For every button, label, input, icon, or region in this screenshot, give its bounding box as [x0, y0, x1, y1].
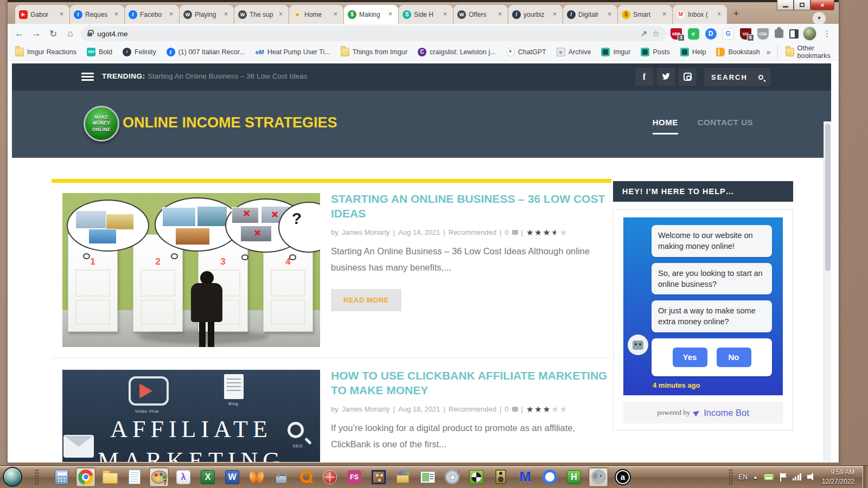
chrome[interactable]	[76, 467, 95, 487]
start-button[interactable]	[3, 467, 22, 487]
bookmark-craigslist-lewiston-j[interactable]: Ccraigslist: Lewiston j...	[418, 48, 496, 56]
evernote-web-clipper-extension-icon[interactable]: e	[688, 28, 699, 40]
ftp-sync[interactable]	[271, 467, 291, 487]
site-logo[interactable]: MAKE MONEY ONLINE	[84, 106, 119, 142]
scrollbar-thumb[interactable]	[825, 124, 831, 271]
tab-close-icon[interactable]: ×	[58, 10, 66, 18]
bookmark-1-007-italian-recor[interactable]: f(1) 007 Italian Recor...	[167, 48, 245, 56]
other-bookmarks[interactable]: Other bookmarks	[777, 44, 831, 60]
audible[interactable]: a	[613, 467, 633, 487]
texstudio[interactable]: λ	[174, 467, 193, 487]
media-speaker-app[interactable]	[491, 467, 510, 487]
tab-close-icon[interactable]: ×	[386, 10, 394, 18]
bookmark-star-icon[interactable]: ☆	[652, 29, 659, 38]
tab-close-icon[interactable]: ×	[277, 10, 285, 18]
action-center-flag-icon[interactable]	[780, 473, 787, 481]
tab-gabor[interactable]: ▶Gabor×	[15, 5, 69, 24]
photo-album[interactable]	[369, 467, 388, 487]
article-title-link[interactable]: STARTING AN ONLINE BUSINESS – 36 LOW COS…	[331, 191, 611, 221]
download-globe-app[interactable]	[320, 467, 340, 487]
program-window-app[interactable]	[418, 467, 437, 487]
tab-close-icon[interactable]: ×	[551, 10, 559, 18]
instagram-icon[interactable]	[679, 68, 697, 86]
browser-menu-icon[interactable]: ⋮	[821, 29, 833, 38]
address-bar[interactable]: ugot4.me ↗ ☆	[81, 26, 666, 41]
tray-app-icon[interactable]	[763, 473, 774, 481]
bookmark-posts[interactable]: Posts	[641, 48, 669, 56]
cd-player[interactable]	[442, 467, 462, 487]
bookmark-felinity[interactable]: /Felinity	[123, 48, 156, 56]
yes-button[interactable]: Yes	[673, 348, 707, 367]
clock[interactable]: 9:59 AM 12/27/2022	[822, 468, 854, 486]
tab-close-icon[interactable]: ×	[660, 10, 668, 18]
disc-burner[interactable]	[467, 467, 486, 487]
tab-close-icon[interactable]: ×	[496, 10, 504, 18]
search-magnifier-app[interactable]	[296, 467, 315, 487]
bookmark-things-from-imgur[interactable]: Things from Imgur	[341, 48, 407, 56]
page-scrollbar[interactable]: ▼	[824, 121, 831, 462]
tab-close-icon[interactable]: ×	[605, 10, 614, 18]
tab-smart[interactable]: $Smart×	[618, 5, 672, 24]
reload-icon[interactable]: ↻	[47, 28, 60, 40]
tab-the-sup[interactable]: WThe sup×	[234, 5, 289, 24]
bookmarks-overflow-icon[interactable]: »	[767, 48, 771, 56]
tab-close-icon[interactable]: ×	[167, 10, 175, 18]
tab-reques[interactable]: fReques×	[70, 5, 124, 24]
google-translate-extension-icon[interactable]: G	[723, 28, 734, 40]
comment-count[interactable]: 0	[505, 405, 508, 413]
calculator[interactable]	[52, 467, 71, 487]
bookmark-archive[interactable]: ≡Archive	[557, 48, 591, 56]
tab-facebo[interactable]: fFacebo×	[125, 5, 179, 24]
home-icon[interactable]: ⌂	[64, 28, 76, 39]
tab-digitalr[interactable]: /Digitalr×	[563, 5, 617, 24]
tab-close-icon[interactable]: ×	[441, 10, 449, 18]
article-thumbnail[interactable]: 1234	[62, 193, 320, 347]
tab-search-chevron-icon[interactable]: ▾	[813, 12, 826, 25]
tab-side-h[interactable]: SSide H×	[399, 5, 453, 24]
volume-icon[interactable]	[807, 473, 816, 481]
author-link[interactable]: James Moriarty	[342, 228, 390, 236]
author-link[interactable]: James Moriarty	[342, 405, 390, 413]
hamburger-menu-icon[interactable]	[81, 73, 94, 82]
blue-d-extension-icon[interactable]: D	[705, 28, 717, 40]
tab-close-icon[interactable]: ×	[222, 10, 230, 18]
profile-avatar[interactable]	[803, 27, 816, 41]
butterfly-app[interactable]	[247, 467, 266, 487]
tab-offers[interactable]: WOffers×	[454, 5, 508, 24]
maximize-button[interactable]	[794, 0, 810, 10]
category-link[interactable]: Recommended	[449, 405, 496, 413]
close-button[interactable]: ×	[810, 0, 834, 10]
tab-close-icon[interactable]: ×	[331, 10, 340, 18]
share-icon[interactable]: ↗	[641, 29, 648, 38]
malwarebytes[interactable]: M	[515, 467, 535, 487]
tab-playing[interactable]: WPlaying×	[180, 5, 234, 24]
income-bot-link[interactable]: Income Bot	[704, 408, 749, 418]
new-tab-button[interactable]: +	[729, 7, 743, 21]
reader-extension-icon[interactable]	[789, 29, 799, 38]
url-text[interactable]: ugot4.me	[97, 30, 635, 38]
site-title[interactable]: ONLINE INCOME STRATEGIES	[123, 114, 337, 131]
contacts-app[interactable]	[393, 467, 413, 487]
heidisql[interactable]: H	[564, 467, 584, 487]
bookmark-bold[interactable]: YAYBold	[87, 48, 112, 56]
tab-yourbiz[interactable]: /yourbiz×	[508, 5, 563, 24]
excel[interactable]: X	[198, 467, 218, 487]
bookmark-chatgpt[interactable]: *ChatGPT	[506, 48, 546, 56]
twitter-icon[interactable]	[657, 68, 675, 86]
css-tool-extension-icon[interactable]: CSS	[757, 28, 769, 40]
notepad[interactable]	[125, 467, 144, 487]
bookmark-imgur-reactions[interactable]: Imgur Reactions	[15, 48, 76, 56]
language-indicator[interactable]: EN	[738, 473, 748, 481]
nav-contact-us[interactable]: CONTACT US	[698, 118, 753, 134]
tab-home[interactable]: ★Home×	[289, 5, 343, 24]
bookmark-bookstash[interactable]: Bookstash	[716, 48, 760, 56]
trending-link[interactable]: Starting An Online Business – 36 Low Cos…	[148, 72, 307, 80]
tab-inbox[interactable]: MInbox (×	[673, 5, 727, 24]
bookmark-imgur[interactable]: Imgur	[601, 48, 630, 56]
category-link[interactable]: Recommended	[449, 228, 496, 236]
tab-close-icon[interactable]: ×	[112, 10, 120, 18]
read-more-button[interactable]: READ MORE	[331, 289, 401, 311]
tab-making[interactable]: $Making×	[344, 5, 398, 24]
paint[interactable]: 7	[149, 467, 169, 487]
minimize-button[interactable]	[777, 0, 794, 10]
